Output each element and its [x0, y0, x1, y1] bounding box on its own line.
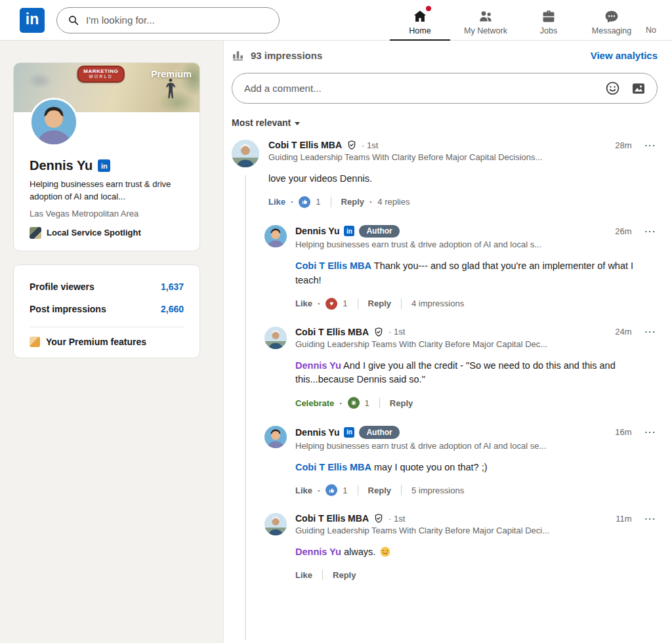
post-impressions-row[interactable]: Post impressions 2,660: [30, 298, 184, 320]
like-reaction-icon[interactable]: [299, 196, 310, 208]
reaction-count[interactable]: 1: [316, 197, 320, 207]
like-reaction-icon[interactable]: [326, 484, 337, 496]
like-button[interactable]: Like: [268, 197, 285, 207]
home-notification-dot: [425, 5, 432, 12]
linkedin-logo[interactable]: in: [20, 8, 45, 33]
author-badge: Author: [359, 426, 399, 438]
stats-card: Profile viewers 1,637 Post impressions 2…: [13, 264, 200, 358]
comment-author-link[interactable]: Cobi T Ellis MBA: [295, 327, 369, 337]
profile-viewers-label: Profile viewers: [30, 281, 94, 292]
celebrate-reaction-icon[interactable]: [348, 397, 360, 409]
comment-actions: Like Reply: [295, 570, 658, 580]
profile-avatar[interactable]: [30, 98, 78, 146]
profile-viewers-row[interactable]: Profile viewers 1,637: [30, 276, 184, 298]
smiley-icon: [605, 81, 620, 96]
add-comment-box: [232, 73, 658, 104]
verified-shield-icon: [346, 140, 357, 150]
mention-link[interactable]: Cobi T Ellis MBA: [295, 462, 371, 472]
separator: ·: [318, 486, 320, 495]
local-service-spotlight-link[interactable]: Local Service Spotlight: [30, 227, 184, 239]
comment-impressions: 5 impressions: [411, 486, 464, 495]
commenter-avatar[interactable]: [232, 140, 259, 167]
comment: Cobi T Ellis MBA · 1st 28m ··· Guid: [232, 140, 658, 208]
mention-link[interactable]: Dennis Yu: [295, 360, 341, 371]
reply-button[interactable]: Reply: [390, 398, 413, 408]
commenter-avatar[interactable]: [264, 513, 287, 535]
attach-image-button[interactable]: [631, 81, 646, 96]
nav-jobs[interactable]: Jobs: [520, 0, 578, 41]
like-button[interactable]: Like: [295, 570, 312, 580]
reply-button[interactable]: Reply: [341, 197, 364, 207]
winking-tongue-emoji-icon: [380, 547, 390, 557]
nav-home-label: Home: [409, 26, 430, 35]
view-analytics-link[interactable]: View analytics: [591, 50, 658, 61]
comment-options-button[interactable]: ···: [644, 427, 658, 437]
commenter-avatar[interactable]: [264, 327, 287, 349]
comment-input[interactable]: [244, 83, 605, 94]
comment-author-headline: Helping businesses earn trust & drive ad…: [295, 441, 658, 451]
cover-speaker-figure: [165, 77, 176, 100]
nav-jobs-label: Jobs: [540, 26, 557, 35]
emoji-picker-button[interactable]: [605, 81, 620, 96]
divider: [322, 570, 323, 580]
premium-features-label: Your Premium features: [46, 337, 146, 347]
profile-headline: Helping businesses earn trust & drive ad…: [30, 178, 184, 203]
page-content: MARKETING WORLD Premium: [0, 41, 672, 643]
profile-name: Dennis Yu: [30, 158, 93, 173]
reaction-count[interactable]: 1: [343, 299, 347, 308]
mention-link[interactable]: Cobi T Ellis MBA: [295, 260, 371, 271]
nav-my-network[interactable]: My Network: [452, 0, 520, 41]
celebrate-button[interactable]: Celebrate: [295, 398, 334, 408]
reply-button[interactable]: Reply: [368, 486, 391, 495]
nav-my-network-label: My Network: [464, 26, 507, 35]
nav-messaging[interactable]: Messaging: [578, 0, 646, 41]
reaction-count[interactable]: 1: [365, 398, 369, 408]
comments-sort-dropdown[interactable]: Most relevant: [232, 117, 658, 128]
comment-timestamp: 24m: [615, 327, 631, 337]
comment-options-button[interactable]: ···: [644, 226, 658, 236]
premium-features-link[interactable]: Your Premium features: [30, 337, 184, 347]
top-navigation-bar: in Home: [0, 0, 672, 41]
comment-text: Dennis Yu And I give you all the credit …: [295, 359, 658, 388]
comment-author-link[interactable]: Cobi T Ellis MBA: [295, 513, 369, 524]
divider: [401, 485, 402, 495]
divider: [358, 299, 358, 309]
image-icon: [631, 81, 646, 96]
like-button[interactable]: Like: [295, 486, 312, 495]
reply-button[interactable]: Reply: [333, 570, 356, 580]
comment-author-link[interactable]: Dennis Yu: [295, 427, 339, 438]
reply-button[interactable]: Reply: [368, 299, 391, 308]
chevron-down-icon: [295, 122, 300, 125]
comment-options-button[interactable]: ···: [644, 140, 658, 150]
divider: [358, 485, 358, 495]
comment-actions: Like · ♥ 1 Reply 4 impressions: [295, 298, 658, 310]
profile-name-link[interactable]: Dennis Yu in: [30, 158, 184, 173]
comment-author-link[interactable]: Cobi T Ellis MBA: [268, 140, 342, 150]
love-reaction-icon[interactable]: ♥: [326, 298, 337, 310]
impressions-count: 93 impressions: [251, 50, 322, 61]
comment-reply: Dennis Yu in Author 16m ··· Helping busi…: [264, 426, 658, 496]
my-network-icon: [478, 7, 494, 24]
mention-link[interactable]: Dennis Yu: [295, 547, 341, 557]
commenter-avatar[interactable]: [264, 426, 287, 448]
divider: [30, 327, 184, 327]
connection-degree: · 1st: [388, 514, 405, 524]
comment-author-link[interactable]: Dennis Yu: [295, 226, 339, 236]
comment-options-button[interactable]: ···: [644, 327, 658, 337]
comment-impressions: 4 impressions: [411, 299, 464, 308]
linkedin-verified-in-icon: in: [344, 226, 354, 236]
nav-home[interactable]: Home: [388, 0, 452, 41]
comment-reply: Cobi T Ellis MBA · 1st 11m ··· Guid: [264, 513, 658, 580]
post-impressions-count: 2,660: [161, 304, 184, 314]
nav-messaging-label: Messaging: [592, 26, 631, 35]
nav-notifications-clipped[interactable]: No: [646, 0, 672, 41]
comment-timestamp: 28m: [615, 140, 631, 150]
comment-options-button[interactable]: ···: [644, 514, 658, 524]
search-input[interactable]: [86, 14, 270, 26]
commenter-avatar[interactable]: [264, 225, 287, 247]
like-button[interactable]: Like: [295, 299, 312, 308]
profile-location: Las Vegas Metropolitan Area: [30, 209, 184, 218]
reaction-count[interactable]: 1: [343, 486, 347, 495]
replies-count[interactable]: 4 replies: [377, 197, 410, 207]
primary-nav: Home My Network: [378, 0, 672, 41]
